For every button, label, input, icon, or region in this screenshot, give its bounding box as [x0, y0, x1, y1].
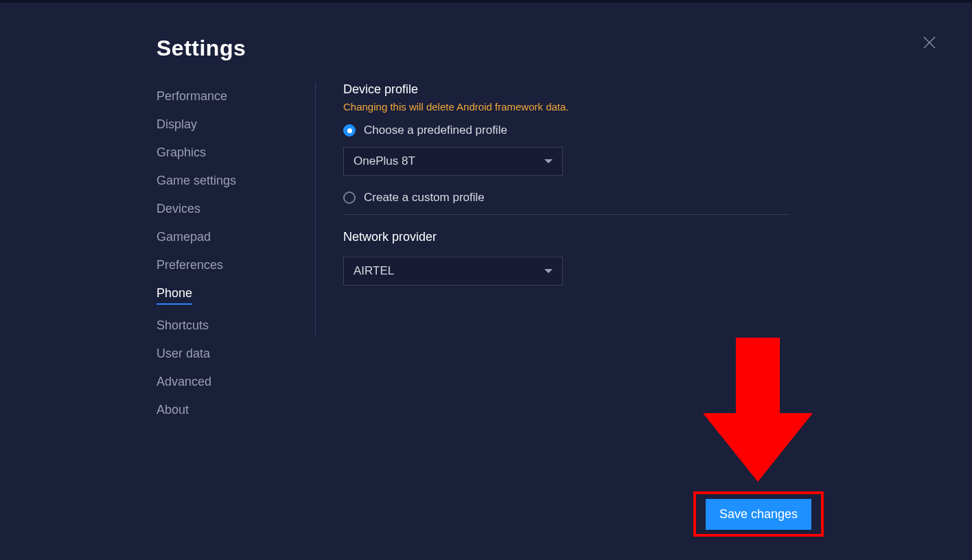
page-title: Settings	[157, 36, 246, 61]
window-top-strip	[0, 0, 972, 3]
radio-label: Choose a predefined profile	[364, 124, 507, 137]
radio-selected-icon	[343, 124, 356, 137]
sidebar-item-devices[interactable]: Devices	[157, 202, 200, 216]
network-provider-heading: Network provider	[343, 230, 796, 244]
save-highlight-box: Save changes	[693, 491, 824, 537]
radio-unselected-icon	[343, 191, 356, 204]
section-divider	[343, 214, 789, 215]
network-provider-select[interactable]: AIRTEL	[343, 257, 563, 285]
sidebar-item-label: Display	[157, 117, 197, 131]
device-profile-select[interactable]: OnePlus 8T	[343, 147, 563, 176]
sidebar-item-label: Advanced	[157, 375, 211, 388]
sidebar-item-user-data[interactable]: User data	[157, 347, 210, 361]
sidebar-item-label: Shortcuts	[157, 318, 209, 332]
sidebar-item-label: Gamepad	[157, 230, 211, 244]
select-value: AIRTEL	[354, 264, 394, 278]
sidebar-item-label: Game settings	[157, 174, 236, 187]
select-value: OnePlus 8T	[354, 154, 415, 168]
sidebar-item-gamepad[interactable]: Gamepad	[157, 230, 211, 244]
radio-predefined-profile[interactable]: Choose a predefined profile	[343, 124, 796, 137]
settings-container: Performance Display Graphics Game settin…	[0, 0, 972, 560]
settings-sidebar: Performance Display Graphics Game settin…	[157, 33, 316, 560]
sidebar-item-about[interactable]: About	[157, 403, 189, 417]
sidebar-item-label: Performance	[157, 89, 227, 103]
chevron-down-icon	[544, 269, 553, 273]
sidebar-item-game-settings[interactable]: Game settings	[157, 174, 236, 188]
sidebar-item-advanced[interactable]: Advanced	[157, 375, 211, 389]
sidebar-item-graphics[interactable]: Graphics	[157, 145, 206, 160]
radio-label: Create a custom profile	[364, 191, 485, 205]
sidebar-item-label: User data	[157, 347, 210, 360]
sidebar-item-label: Phone	[157, 286, 192, 300]
settings-content: Device profile Changing this will delete…	[316, 33, 796, 560]
sidebar-item-preferences[interactable]: Preferences	[157, 258, 223, 272]
sidebar-item-label: About	[157, 403, 189, 417]
save-changes-button[interactable]: Save changes	[706, 499, 811, 530]
close-button[interactable]	[921, 34, 938, 51]
sidebar-item-phone[interactable]: Phone	[157, 286, 192, 305]
sidebar-item-label: Devices	[157, 202, 200, 215]
sidebar-item-label: Graphics	[157, 145, 206, 159]
chevron-down-icon	[544, 159, 553, 163]
device-profile-warning: Changing this will delete Android framew…	[343, 101, 796, 113]
sidebar-item-label: Preferences	[157, 258, 223, 272]
sidebar-item-display[interactable]: Display	[157, 117, 197, 132]
sidebar-item-shortcuts[interactable]: Shortcuts	[157, 318, 209, 333]
sidebar-item-performance[interactable]: Performance	[157, 89, 227, 104]
radio-custom-profile[interactable]: Create a custom profile	[343, 191, 796, 205]
vertical-divider	[315, 82, 316, 336]
close-icon	[921, 34, 938, 51]
device-profile-heading: Device profile	[343, 82, 796, 97]
